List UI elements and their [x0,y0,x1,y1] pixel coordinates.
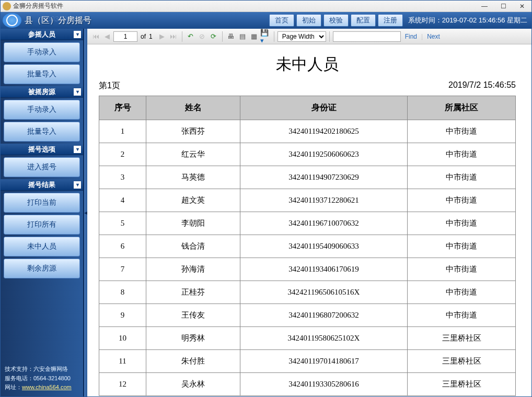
cell-id: 342401194202180625 [240,120,408,143]
cell-name: 朱付胜 [146,350,240,373]
table-row: 3马英德342401194907230629中市街道 [99,166,516,189]
menu-home-button[interactable]: 首页 [269,14,294,27]
table-row: 4超文英342401193712280621中市街道 [99,189,516,212]
cell-seq: 2 [99,143,146,166]
table-row: 9王传友342401196807200632中市街道 [99,304,516,327]
next-page-icon[interactable]: ▶ [157,31,167,42]
page-label: 第1页 [99,80,120,91]
cell-id: 342401196710070632 [240,212,408,235]
cell-name: 马英德 [146,166,240,189]
cell-seq: 6 [99,235,146,258]
prev-page-icon[interactable]: ◀ [102,31,112,42]
sidebar-item[interactable]: 手动录入 [4,100,80,120]
cell-id: 342401194907230629 [240,166,408,189]
table-row: 5李朝阳342401196710070632中市街道 [99,212,516,235]
zoom-select[interactable]: Page Width [277,31,326,42]
sidebar-section-header[interactable]: 摇号结果▾ [1,179,83,191]
find-button[interactable]: Find [402,33,420,40]
cell-area: 中市街道 [408,189,516,212]
cell-seq: 8 [99,281,146,304]
cell-name: 明秀林 [146,327,240,350]
cell-id: 342401197014180617 [240,350,408,373]
report-viewer: 未中人员 第1页 2019/7/2 15:46:55 序号 姓名 身份证 所属社… [87,44,531,396]
menu-register-button[interactable]: 注册 [378,14,403,27]
page-of-label: of [138,33,148,40]
cell-name: 正桂芬 [146,281,240,304]
menu-config-button[interactable]: 配置 [351,14,376,27]
export-icon[interactable]: 💾▾ [260,31,271,42]
table-row: 7孙海清342401193406170619中市街道 [99,258,516,281]
cell-seq: 4 [99,189,146,212]
print-layout-icon[interactable]: ▤ [237,31,248,42]
cell-name: 李朝阳 [146,212,240,235]
site-link[interactable]: www.china564.com [22,384,72,390]
menu-init-button[interactable]: 初始 [296,14,321,27]
sidebar-item[interactable]: 手动录入 [4,42,80,62]
chevron-down-icon[interactable]: ▾ [74,88,81,96]
cell-id: 342401193712280621 [240,189,408,212]
system-time: 系统时间：2019-07-02 15:46:56 星期二 [404,16,531,25]
chevron-down-icon[interactable]: ▾ [74,181,81,189]
table-row: 10明秀林34240119580625102X三里桥社区 [99,327,516,350]
cell-area: 中市街道 [408,120,516,143]
sidebar-section-header[interactable]: 摇号选项▾ [1,144,83,155]
cell-area: 中市街道 [408,281,516,304]
cell-seq: 1 [99,120,146,143]
cell-id: 342401193305280616 [240,373,408,396]
page-input[interactable] [113,31,137,42]
cell-id: 34242119650610516X [240,281,408,304]
cell-name: 孙海清 [146,258,240,281]
cell-name: 吴永林 [146,373,240,396]
cell-area: 中市街道 [408,143,516,166]
stop-icon[interactable]: ⊘ [197,31,207,42]
cell-id: 342401192506060623 [240,143,408,166]
page-setup-icon[interactable]: ▦ [249,31,259,42]
back-icon[interactable]: ↶ [186,31,196,42]
last-page-icon[interactable]: ⏭ [168,31,179,42]
chevron-down-icon[interactable]: ▾ [74,31,81,38]
cell-seq: 10 [99,327,146,350]
first-page-icon[interactable]: ⏮ [90,31,101,42]
col-name-header: 姓名 [146,96,240,120]
minimize-button[interactable]: — [477,2,492,11]
table-row: 11朱付胜342401197014180617三里桥社区 [99,350,516,373]
print-icon[interactable]: 🖶 [226,31,236,42]
sidebar-item[interactable]: 批量导入 [4,64,80,84]
close-button[interactable]: ✕ [515,2,529,11]
find-input[interactable] [333,31,401,42]
cell-seq: 3 [99,166,146,189]
next-button[interactable]: Next [424,33,443,40]
col-id-header: 身份证 [240,96,408,120]
title-bar: 金狮分房摇号软件 — ☐ ✕ [1,1,531,12]
cell-name: 钱合清 [146,235,240,258]
app-window: 金狮分房摇号软件 — ☐ ✕ 县（区）分房摇号 · pc0359.cn 首页 初… [0,0,532,397]
cell-name: 红云华 [146,143,240,166]
sidebar-item[interactable]: 未中人员 [4,237,80,256]
maximize-button[interactable]: ☐ [496,2,511,11]
sidebar-section-header[interactable]: 参摇人员▾ [1,29,83,40]
refresh-icon[interactable]: ⟳ [209,31,219,42]
cell-area: 中市街道 [408,166,516,189]
sidebar-section-header[interactable]: 被摇房源▾ [1,86,83,98]
sidebar-item[interactable]: 剩余房源 [4,259,80,278]
sidebar-item[interactable]: 打印当前 [4,193,80,213]
cell-area: 中市街道 [408,304,516,327]
cell-area: 中市街道 [408,212,516,235]
sidebar-item[interactable]: 批量导入 [4,122,80,142]
report-table: 序号 姓名 身份证 所属社区 1张西芬342401194202180625中市街… [99,96,516,396]
cell-seq: 7 [99,258,146,281]
menu-verify-button[interactable]: 校验 [323,14,349,27]
col-seq-header: 序号 [99,96,146,120]
sidebar-item[interactable]: 打印所有 [4,215,80,235]
chevron-down-icon[interactable]: ▾ [74,146,81,153]
report-timestamp: 2019/7/2 15:46:55 [448,80,516,91]
table-row: 1张西芬342401194202180625中市街道 [99,120,516,143]
app-icon [3,2,11,10]
sidebar-item[interactable]: 进入摇号 [4,157,80,177]
col-area-header: 所属社区 [408,96,516,120]
cell-id: 342401193406170619 [240,258,408,281]
cell-seq: 5 [99,212,146,235]
cell-area: 中市街道 [408,235,516,258]
table-row: 12吴永林342401193305280616三里桥社区 [99,373,516,396]
table-row: 6钱合清342401195409060633中市街道 [99,235,516,258]
